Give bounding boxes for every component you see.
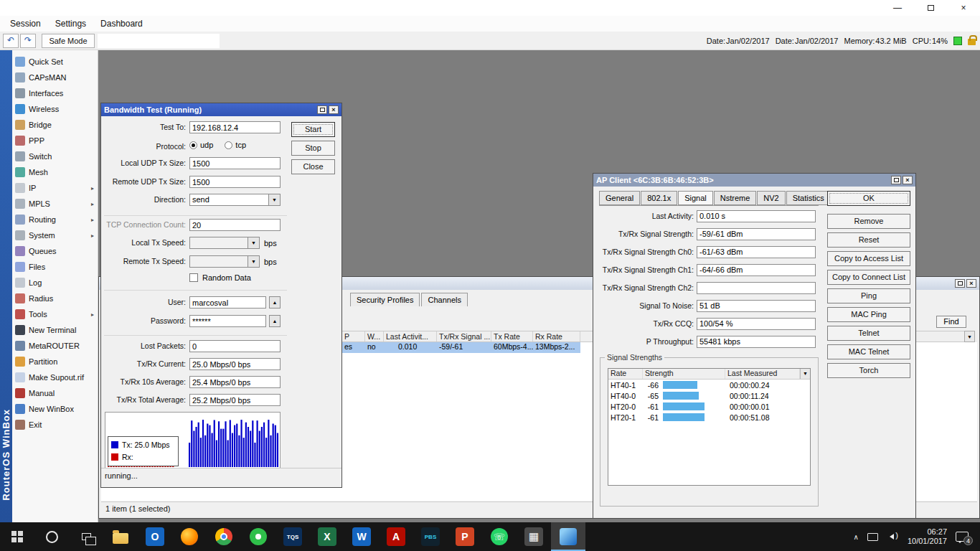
field-value[interactable]: 100/54 % [697,318,816,330]
tcp-radio[interactable]: tcp [225,141,246,149]
green-app-button[interactable] [241,522,275,551]
menu-item[interactable]: Session [3,17,48,31]
menu-item[interactable]: Dashboard [93,17,150,31]
adobe-reader-button[interactable]: A [379,522,413,551]
undo-button[interactable]: ↶ [3,34,19,48]
local-udp-tx-size-input[interactable] [189,157,281,169]
column-header[interactable]: W... [365,331,384,342]
bw-maximize-button[interactable] [317,105,327,114]
dialog-button[interactable]: Reset [827,232,910,248]
sidebar-item[interactable]: Mesh [12,164,98,180]
bandwidth-test-titlebar[interactable]: Bandwidth Test (Running) × [101,103,341,116]
password-input[interactable] [189,315,266,327]
wireless-tab[interactable]: Security Profiles [350,293,420,306]
field-value[interactable]: 0.010 s [697,210,816,222]
lost-packets-value[interactable] [189,340,281,352]
wireless-tab[interactable]: Channels [421,293,467,306]
dialog-button[interactable]: MAC Telnet [827,344,910,359]
task-view-button[interactable] [69,522,103,551]
dialog-button[interactable]: OK [827,191,910,206]
ap-tab[interactable]: Statistics [786,191,831,205]
windows-start-button[interactable] [0,522,34,551]
ap-maximize-button[interactable] [891,176,901,184]
sidebar-item[interactable]: Make Supout.rif [12,369,98,385]
wireless-maximize-button[interactable] [955,279,965,288]
column-chooser-button[interactable]: ▼ [964,331,975,342]
close-button[interactable]: × [947,0,980,16]
combo-dropdown-icon[interactable]: ▼ [248,255,260,268]
dialog-button[interactable]: Close [291,159,335,174]
field-value[interactable]: -64/-66 dBm [697,264,816,276]
user-input[interactable] [189,296,266,309]
sidebar-item[interactable]: Queues [12,243,98,259]
column-header[interactable]: Strength [643,369,725,379]
column-header[interactable]: Tx/Rx Signal ... [437,331,491,342]
ap-tab[interactable]: Signal [678,191,713,205]
combo-dropdown-icon[interactable]: ▼ [248,237,260,249]
column-header[interactable]: Tx Rate [491,331,533,342]
combo-dropdown-icon[interactable]: ▼ [269,194,281,206]
sidebar-item[interactable]: Bridge [12,117,98,133]
sidebar-item[interactable]: PPP [12,133,98,149]
sidebar-item[interactable]: Log [12,275,98,291]
sidebar-item[interactable]: Routing ▸ [12,212,98,227]
dialog-button[interactable]: Torch [827,363,910,378]
dialog-button[interactable]: Start [291,122,335,137]
local-tx-speed-input[interactable] [189,237,248,249]
safe-mode-button[interactable]: Safe Mode [42,34,95,48]
test-to-input[interactable] [189,121,281,133]
dialog-button[interactable]: Telnet [827,326,910,341]
sidebar-item[interactable]: New Terminal [12,322,98,338]
table-row[interactable]: HT20-0 -61 00:00:00.01 [608,401,810,412]
sidebar-item[interactable]: MetaROUTER [12,338,98,354]
redo-button[interactable]: ↷ [20,34,36,48]
tqs-button[interactable]: TQS [275,522,310,551]
volume-icon[interactable] [887,532,899,542]
app-titlebar[interactable]: — × [0,0,980,16]
find-button[interactable]: Find [936,316,966,328]
sidebar-item[interactable]: IP ▸ [12,180,98,196]
ap-tab[interactable]: General [599,191,640,205]
tx-rx-total-average-value[interactable] [189,394,281,406]
column-header[interactable]: Rx Rate [533,331,580,342]
sidebar-item[interactable]: CAPsMAN [12,70,98,85]
sidebar-item[interactable]: MPLS ▸ [12,196,98,212]
whatsapp-button[interactable]: ☏ [482,522,517,551]
random-data-checkbox[interactable] [189,273,198,282]
field-value[interactable]: 51 dB [697,300,816,312]
sidebar-item[interactable]: Exit [12,417,98,433]
ap-tab[interactable]: 802.1x [641,191,677,205]
wireless-close-button[interactable]: × [966,279,976,288]
sidebar-item[interactable]: Radius [12,291,98,306]
field-value[interactable]: -59/-61 dBm [697,228,816,240]
ap-tab[interactable]: NV2 [757,191,785,205]
dialog-button[interactable]: Copy to Connect List [827,270,910,285]
network-status-icon[interactable] [867,533,878,541]
tx-rx-10s-average-value[interactable] [189,376,281,388]
field-value[interactable]: 55481 kbps [697,336,816,348]
column-header[interactable]: P [342,331,365,342]
menu-item[interactable]: Settings [48,17,93,31]
dialog-button[interactable]: Copy to Access List [827,251,910,266]
sidebar-item[interactable]: Files [12,259,98,275]
table-row[interactable]: HT40-1 -66 00:00:00.24 [608,380,810,390]
firefox-button[interactable] [172,522,207,551]
column-header[interactable]: Last Measured [725,369,800,379]
column-header[interactable]: Rate [608,369,643,379]
tcp-connection-count-input[interactable] [189,219,281,231]
collapse-arrow-icon[interactable]: ▲ [269,315,281,327]
pbs-button[interactable]: PBS [413,522,448,551]
minimize-button[interactable]: — [881,0,914,16]
powerpoint-button[interactable]: P [448,522,482,551]
column-header[interactable]: Last Activit... [384,331,437,342]
table-row[interactable]: HT20-1 -61 00:00:51.08 [608,412,810,423]
collapse-arrow-icon[interactable]: ▲ [269,296,281,309]
winbox-taskbar-button[interactable] [551,522,585,551]
sidebar-item[interactable]: Switch [12,149,98,164]
field-value[interactable]: -61/-63 dBm [697,246,816,258]
sidebar-item[interactable]: Partition [12,354,98,369]
excel-button[interactable]: X [310,522,344,551]
sidebar-item[interactable]: System ▸ [12,227,98,243]
word-button[interactable]: W [344,522,379,551]
remote-udp-tx-size-input[interactable] [189,176,281,188]
